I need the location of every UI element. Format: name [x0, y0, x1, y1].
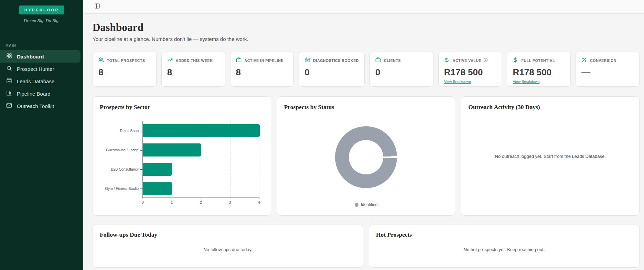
outreach-activity-card: Outreach Activity (30 Days) No outreach …: [461, 96, 640, 216]
bar-chart-icon: [6, 90, 12, 97]
stats-row: TOTAL PROSPECTS 8 ADDED THIS WEEK 8 ACTI…: [93, 52, 640, 87]
briefcase-icon: [375, 57, 381, 64]
category-label: B2B Consultancy: [101, 167, 139, 171]
page-subtitle: Your pipeline at a glance. Numbers don't…: [93, 36, 640, 42]
donut-legend: Identified: [277, 202, 455, 207]
chart-title: Prospects by Sector: [100, 104, 264, 111]
stat-label: DIAGNOSTICS BOOKED: [313, 58, 359, 63]
sidebar-item-outreach-toolkit[interactable]: Outreach Toolkit: [0, 100, 80, 112]
sidebar-item-label: Prospect Hunter: [17, 66, 54, 72]
stat-value: 8: [98, 67, 151, 77]
legend-dot: [355, 203, 358, 207]
category-label: Gym / Fitness Studio: [101, 186, 139, 191]
view-breakdown-link[interactable]: View Breakdown: [444, 79, 471, 84]
sidebar-item-leads-database[interactable]: Leads Database: [0, 75, 80, 87]
stat-card-clients: CLIENTS 0: [369, 52, 433, 87]
category-label: Guesthouse / Lodge: [101, 148, 139, 152]
sidebar-item-label: Leads Database: [17, 78, 54, 84]
stat-card-total-prospects: TOTAL PROSPECTS 8: [93, 52, 157, 87]
stat-value: —: [581, 67, 634, 77]
stat-label: CONVERSION: [590, 58, 616, 63]
stat-label: TOTAL PROSPECTS: [107, 58, 145, 63]
stat-card-full-potential: FULL POTENTIAL R178 500 View Breakdown: [507, 52, 571, 87]
main-area: Dashboard Your pipeline at a glance. Num…: [83, 0, 644, 270]
bar: [143, 163, 172, 176]
stat-value: 0: [304, 67, 359, 77]
chart-title: Outreach Activity (30 Days): [468, 104, 632, 111]
prospects-by-sector-card: Prospects by Sector 01234Retail ShopGues…: [93, 96, 271, 216]
stat-value: R178 500: [513, 67, 565, 77]
x-tick-label: 4: [258, 200, 260, 204]
panel-title: Hot Prospects: [376, 231, 632, 238]
stat-label: ADDED THIS WEEK: [176, 58, 213, 63]
briefcase-icon: [236, 57, 242, 64]
stat-card-active-value: ACTIVE VALUE R178 500 View Breakdown: [438, 52, 502, 87]
empty-state-text: No follow-ups due today.: [93, 247, 363, 252]
topbar: [83, 0, 644, 14]
sidebar-section-label: MAIN: [6, 43, 83, 47]
bar: [143, 124, 260, 137]
sidebar-item-label: Outreach Toolkit: [17, 103, 54, 109]
content: Dashboard Your pipeline at a glance. Num…: [83, 21, 644, 268]
donut-chart: [335, 126, 397, 188]
y-tick-mark: [140, 188, 143, 189]
stat-card-diagnostics-booked: DIAGNOSTICS BOOKED 0: [299, 52, 365, 87]
stat-card-conversion: CONVERSION —: [576, 52, 640, 87]
empty-state-text: No outreach logged yet. Start from the L…: [461, 153, 639, 159]
sidebar-nav: Dashboard Prospect Hunter Leads Database…: [0, 50, 83, 112]
y-tick-mark: [140, 169, 143, 170]
sidebar-item-label: Dashboard: [17, 54, 44, 60]
panel-left-icon: [94, 3, 100, 10]
chart-title: Prospects by Status: [284, 104, 448, 111]
followups-due-today-card: Follow-ups Due Today No follow-ups due t…: [93, 225, 363, 268]
prospects-by-status-card: Prospects by Status Identified: [277, 96, 455, 216]
sidebar-toggle-button[interactable]: [94, 3, 101, 10]
tagline: Dream Big. Do Big.: [0, 18, 83, 23]
bar-row: Guesthouse / Lodge: [143, 140, 259, 160]
sidebar-item-dashboard[interactable]: Dashboard: [0, 50, 80, 63]
x-tick-label: 0: [142, 200, 144, 204]
x-tick-label: 1: [171, 200, 173, 204]
category-label: Retail Shop: [101, 129, 139, 133]
info-icon[interactable]: [483, 57, 488, 64]
y-tick-mark: [140, 150, 143, 151]
page-title: Dashboard: [93, 21, 640, 34]
bottom-row: Follow-ups Due Today No follow-ups due t…: [93, 225, 640, 268]
x-tick-label: 2: [200, 200, 202, 204]
sidebar-item-pipeline-board[interactable]: Pipeline Board: [0, 87, 80, 100]
sidebar-item-label: Pipeline Board: [17, 91, 51, 97]
stat-value: 8: [167, 67, 219, 77]
stat-label: ACTIVE IN PIPELINE: [245, 58, 283, 63]
trending-up-icon: [167, 57, 173, 64]
empty-state-text: No hot prospects yet. Keep reaching out.: [369, 247, 639, 252]
stat-card-added-this-week: ADDED THIS WEEK 8: [161, 52, 225, 87]
view-breakdown-link[interactable]: View Breakdown: [513, 79, 539, 84]
dollar-icon: [444, 57, 450, 64]
sidebar: HYPERLOOP Dream Big. Do Big. MAIN Dashbo…: [0, 0, 83, 270]
bar-chart: 01234Retail ShopGuesthouse / LodgeB2B Co…: [142, 121, 259, 198]
bar-row: Gym / Fitness Studio: [143, 179, 259, 198]
x-tick-label: 3: [229, 200, 231, 204]
calendar-check-icon: [304, 57, 310, 64]
charts-row: Prospects by Sector 01234Retail ShopGues…: [93, 96, 640, 216]
panel-title: Follow-ups Due Today: [100, 231, 356, 238]
stat-value: 0: [375, 67, 428, 77]
stat-value: R178 500: [444, 67, 496, 77]
bar: [143, 182, 172, 195]
legend-label: Identified: [361, 202, 378, 207]
dollar-icon: [513, 57, 518, 64]
percent-icon: [581, 57, 587, 64]
users-icon: [98, 57, 104, 64]
search-icon: [6, 65, 12, 72]
donut-hole: [349, 140, 383, 174]
stat-value: 8: [236, 67, 288, 77]
stat-label: FULL POTENTIAL: [521, 58, 555, 63]
database-icon: [6, 78, 12, 85]
sidebar-item-prospect-hunter[interactable]: Prospect Hunter: [0, 63, 80, 75]
stat-label: CLIENTS: [384, 58, 401, 63]
hot-prospects-card: Hot Prospects No hot prospects yet. Keep…: [369, 225, 640, 268]
stat-label: ACTIVE VALUE: [453, 58, 481, 63]
grid-icon: [6, 53, 12, 60]
bar-row: Retail Shop: [143, 121, 259, 140]
mail-icon: [6, 102, 12, 109]
